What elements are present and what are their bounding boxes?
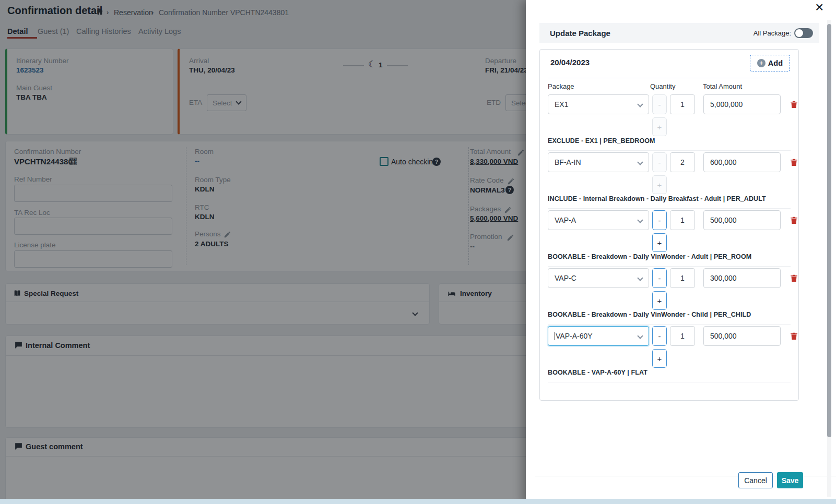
- package-description: INCLUDE - Internal Breakdown - Daily Bre…: [548, 195, 766, 202]
- total-amount-column-header: Total Amount: [703, 82, 742, 90]
- package-description: BOOKABLE - Breakdown - Daily VinWonder -…: [548, 311, 751, 318]
- package-select-value: VAP-C: [555, 274, 576, 282]
- total-amount-input[interactable]: [703, 326, 781, 346]
- add-package-button[interactable]: + Add: [750, 55, 790, 71]
- package-select-value: VAP-A-60Y: [556, 332, 593, 340]
- package-description: BOOKABLE - VAP-A-60Y | FLAT: [548, 369, 647, 376]
- total-amount-input[interactable]: [703, 152, 781, 172]
- toggle-knob: [795, 29, 803, 37]
- quantity-increase-button[interactable]: +: [652, 233, 667, 252]
- trash-icon[interactable]: [790, 331, 798, 341]
- chevron-down-icon: [637, 333, 643, 339]
- trash-icon[interactable]: [790, 99, 798, 110]
- package-row: EX1 - + EXCLUDE - EX1 | PER_BEDROOM: [548, 94, 791, 152]
- chevron-down-icon: [637, 217, 643, 223]
- update-package-drawer: × Update Package All Package: 20/04/2023…: [526, 0, 836, 504]
- drawer-header: Update Package All Package:: [539, 23, 819, 43]
- save-button[interactable]: Save: [777, 472, 803, 488]
- package-select[interactable]: VAP-A-60Y: [548, 326, 649, 346]
- package-rows: EX1 - + EXCLUDE - EX1 | PER_BEDROOM BF-A…: [548, 94, 791, 384]
- chevron-down-icon: [637, 101, 643, 107]
- divider: [548, 382, 791, 382]
- all-package-toggle[interactable]: [794, 28, 813, 38]
- package-select[interactable]: EX1: [548, 94, 649, 114]
- text-cursor: [555, 332, 555, 340]
- quantity-increase-button[interactable]: +: [652, 291, 667, 310]
- total-amount-input[interactable]: [703, 268, 781, 288]
- quantity-decrease-button[interactable]: -: [652, 326, 667, 346]
- trash-icon[interactable]: [790, 157, 798, 167]
- package-date: 20/04/2023: [550, 58, 590, 67]
- add-button-label: Add: [768, 59, 783, 67]
- cancel-button[interactable]: Cancel: [738, 472, 773, 488]
- chevron-down-icon: [637, 275, 643, 281]
- divider: [548, 324, 791, 325]
- quantity-increase-button[interactable]: +: [652, 117, 667, 136]
- close-icon[interactable]: ×: [815, 0, 823, 15]
- package-row: VAP-C - + BOOKABLE - Breakdown - Daily V…: [548, 268, 791, 326]
- package-select-value: VAP-A: [555, 216, 576, 224]
- package-row: BF-A-IN - + INCLUDE - Internal Breakdown…: [548, 152, 791, 210]
- total-amount-input[interactable]: [703, 210, 781, 230]
- plus-circle-icon: +: [757, 59, 766, 67]
- total-amount-input[interactable]: [703, 94, 781, 114]
- divider: [548, 78, 791, 78]
- package-select-value: BF-A-IN: [555, 158, 581, 166]
- quantity-input[interactable]: [670, 268, 695, 288]
- package-description: BOOKABLE - Breakdown - Daily VinWonder -…: [548, 253, 751, 260]
- quantity-input[interactable]: [670, 152, 695, 172]
- scrollbar-thumb[interactable]: [827, 24, 831, 437]
- trash-icon[interactable]: [790, 215, 798, 225]
- quantity-input[interactable]: [670, 210, 695, 230]
- package-row: VAP-A - + BOOKABLE - Breakdown - Daily V…: [548, 210, 791, 268]
- divider: [548, 266, 791, 267]
- divider: [548, 208, 791, 209]
- quantity-column-header: Quantity: [650, 82, 675, 90]
- divider: [548, 150, 791, 151]
- quantity-increase-button[interactable]: +: [652, 349, 667, 368]
- package-description: EXCLUDE - EX1 | PER_BEDROOM: [548, 137, 655, 145]
- quantity-decrease-button[interactable]: -: [652, 268, 667, 288]
- all-package-label: All Package:: [753, 29, 791, 37]
- package-select[interactable]: VAP-A: [548, 210, 649, 230]
- package-day-card: 20/04/2023 + Add Package Quantity Total …: [539, 49, 799, 401]
- package-column-header: Package: [548, 82, 574, 90]
- quantity-input[interactable]: [670, 94, 695, 114]
- package-select-value: EX1: [555, 100, 568, 109]
- drawer-scrollbar[interactable]: [827, 20, 831, 497]
- package-select[interactable]: BF-A-IN: [548, 152, 649, 172]
- quantity-increase-button[interactable]: +: [652, 175, 667, 194]
- quantity-input[interactable]: [670, 326, 695, 346]
- horizontal-scrollbar[interactable]: [0, 499, 836, 504]
- drawer-title: Update Package: [550, 29, 610, 38]
- chevron-down-icon: [637, 159, 643, 165]
- quantity-decrease-button[interactable]: -: [652, 94, 667, 114]
- quantity-decrease-button[interactable]: -: [652, 210, 667, 230]
- trash-icon[interactable]: [790, 273, 798, 283]
- package-select[interactable]: VAP-C: [548, 268, 649, 288]
- quantity-decrease-button[interactable]: -: [652, 152, 667, 172]
- package-row: VAP-A-60Y - + BOOKABLE - VAP-A-60Y | FLA…: [548, 326, 791, 384]
